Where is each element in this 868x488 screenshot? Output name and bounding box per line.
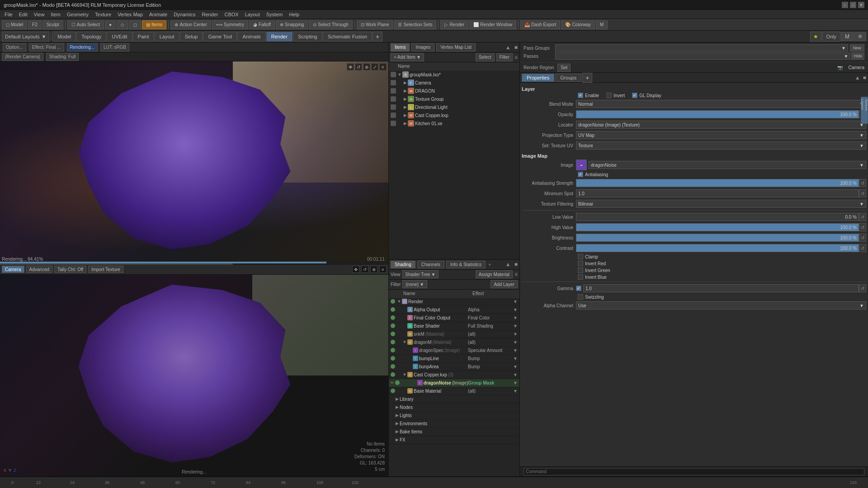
texture-filtering-dropdown[interactable]: Bilinear▼ [576, 200, 866, 208]
menu-file[interactable]: File [2, 11, 15, 18]
item-visibility-toggle[interactable] [391, 96, 396, 102]
shader-row-dragonm[interactable]: ▼ M dragonM (Material) (all) ▼ [389, 338, 519, 347]
selection-sets-button[interactable]: ☰ Selection Sets [394, 20, 436, 29]
invert-checkbox[interactable] [606, 93, 612, 98]
menu-view[interactable]: View [31, 11, 47, 18]
gamma-checkbox[interactable] [576, 286, 581, 291]
default-layouts-dropdown[interactable]: Default Layouts ▼ [2, 32, 49, 42]
select-through-button[interactable]: ⊙ Select Through [309, 20, 353, 29]
shader-effect-dropdown[interactable]: ▼ [513, 324, 518, 328]
shader-visibility[interactable] [391, 315, 395, 320]
invert-red-checkbox[interactable] [578, 261, 583, 266]
expand-icon[interactable]: ▶ [394, 413, 400, 418]
layout-tab-schematic-fusion[interactable]: Schematic Fusion [323, 32, 372, 42]
side-tab-texture-layers[interactable]: Texture Layers [861, 97, 868, 124]
lut-selector[interactable]: LUT: sRGB [100, 43, 129, 52]
advanced-tab[interactable]: Advanced [26, 266, 52, 273]
command-input[interactable] [524, 468, 864, 475]
menu-layout[interactable]: Layout [242, 11, 263, 18]
action-center-button[interactable]: ⊕ Action Center [170, 20, 211, 29]
edge-mode-button[interactable]: ◇ [117, 20, 128, 29]
render-window-button[interactable]: ⬜ Render Window [469, 20, 516, 29]
modo-logo-button[interactable]: M [596, 20, 608, 29]
item-expand-icon[interactable]: ▶ [402, 96, 408, 102]
poly-mode-button[interactable]: ◻ [129, 20, 141, 29]
3d-viewport-move-icon[interactable]: ✥ [352, 266, 359, 273]
shader-row-base-material[interactable]: M Base Material (all) ▼ [389, 387, 519, 395]
item-expand-icon[interactable]: ▼ [397, 72, 402, 77]
minimize-button[interactable]: − [842, 2, 848, 8]
viewport-move-icon[interactable]: ✥ [347, 63, 354, 70]
shader-row-render[interactable]: ▼ R Render ▼ [389, 298, 519, 306]
menu-help[interactable]: Help [286, 11, 302, 18]
items-panel-options-icon[interactable]: ≡ [514, 54, 518, 61]
expand-icon[interactable]: ▼ [396, 299, 402, 304]
item-scene-root[interactable]: ▼ S groupMask.lxo* [389, 70, 519, 79]
expand-icon[interactable] [402, 323, 407, 328]
work-plane-button[interactable]: ⊡ Work Plane [357, 20, 393, 29]
locator-dropdown[interactable]: dragonNoise (Image) (Texture)▼ [576, 121, 866, 129]
clamp-checkbox[interactable] [578, 254, 583, 259]
colorway-button[interactable]: 🎨 Colorway [561, 20, 595, 29]
expand-icon[interactable] [407, 364, 413, 369]
expand-icon[interactable]: ▶ [394, 404, 400, 410]
contrast-slider[interactable]: 100.0 % [576, 244, 859, 252]
menu-dynamics[interactable]: Dynamics [171, 11, 198, 18]
swizzling-checkbox[interactable] [578, 294, 583, 300]
shader-effect-dropdown[interactable]: ▼ [513, 299, 518, 304]
shader-effect-dropdown[interactable]: ▼ [513, 340, 518, 345]
modo-icon-button[interactable]: M [841, 32, 854, 41]
contrast-reset-button[interactable]: ↺ [859, 244, 866, 252]
model-mode-button[interactable]: ◻ Model [2, 20, 27, 29]
antialiasing-strength-slider[interactable]: 100.0 % [576, 179, 859, 187]
layout-tab-animate[interactable]: Animate [237, 32, 265, 42]
assign-material-button[interactable]: Assign Material [476, 270, 513, 278]
tab-vertex-map-list[interactable]: Vertex Map List [436, 43, 476, 52]
image-thumbnail[interactable]: ▪▪ [576, 160, 587, 170]
viewport-fit-icon[interactable]: ⤢ [371, 63, 378, 70]
viewport-zoom-icon[interactable]: ⊕ [363, 63, 370, 70]
layout-tab-model[interactable]: Model [52, 32, 76, 42]
shader-row-library[interactable]: ▶ Library [389, 395, 519, 404]
invert-green-checkbox[interactable] [578, 267, 583, 273]
passes-hide-button[interactable]: Hide [851, 52, 864, 60]
add-tab-icon[interactable]: + [488, 262, 491, 267]
shader-effect-dropdown[interactable]: ▼ [513, 356, 518, 361]
3d-viewport-content[interactable]: X Y Z No Items Channels: 0 Deformers: ON… [0, 275, 388, 477]
dash-export-button[interactable]: 📤 Dash Export [520, 20, 560, 29]
items-panel-collapse-icon[interactable]: ▲ [505, 44, 511, 51]
add-item-button[interactable]: + Add Item ▼ [391, 53, 424, 61]
snapping-button[interactable]: ⊕ Snapping [276, 20, 308, 29]
item-expand-icon[interactable]: ▶ [402, 104, 408, 110]
only-button[interactable]: Only [822, 32, 840, 42]
settings-icon-button[interactable]: ⚙ [854, 32, 866, 41]
expand-icon[interactable]: ▼ [402, 372, 407, 377]
items-panel-expand-icon[interactable]: ■ [514, 44, 518, 51]
shader-row-fx[interactable]: ▶ FX [389, 436, 519, 444]
shading-panel-expand-icon[interactable]: ■ [514, 261, 518, 267]
expand-icon[interactable] [402, 307, 407, 312]
item-visibility-toggle[interactable] [391, 80, 396, 85]
auto-select-button[interactable]: ☐ Auto Select [67, 20, 104, 29]
shader-visibility[interactable] [391, 307, 395, 312]
expand-icon[interactable]: ▶ [394, 437, 400, 442]
layout-tab-layout[interactable]: Layout [155, 32, 179, 42]
f2-button[interactable]: F2 [28, 20, 42, 29]
maximize-button[interactable]: □ [850, 2, 856, 8]
shader-effect-dropdown[interactable]: ▼ [513, 332, 518, 337]
tab-items[interactable]: Items [391, 43, 410, 52]
panel-expand-icon[interactable]: ■ [863, 75, 866, 81]
vertex-mode-button[interactable]: ● [105, 20, 116, 29]
shader-effect-dropdown[interactable]: ▼ [513, 372, 518, 377]
shader-row-cast-copper[interactable]: ▼ M Cast Copper.kxp (3) ▼ [389, 371, 519, 379]
layout-tab-uvedit[interactable]: UVEdit [107, 32, 132, 42]
import-texture-tab[interactable]: Import Texture [88, 266, 123, 273]
shader-visibility[interactable] [391, 389, 395, 393]
viewport-more-icon[interactable]: ≡ [379, 63, 387, 70]
layout-tab-paint[interactable]: Paint [133, 32, 154, 42]
expand-icon[interactable] [407, 347, 413, 353]
panel-float-icon[interactable]: ▲ [855, 75, 860, 81]
shader-visibility[interactable] [395, 380, 400, 385]
item-visibility-toggle[interactable] [391, 88, 396, 94]
item-expand-icon[interactable]: ▶ [402, 88, 408, 94]
